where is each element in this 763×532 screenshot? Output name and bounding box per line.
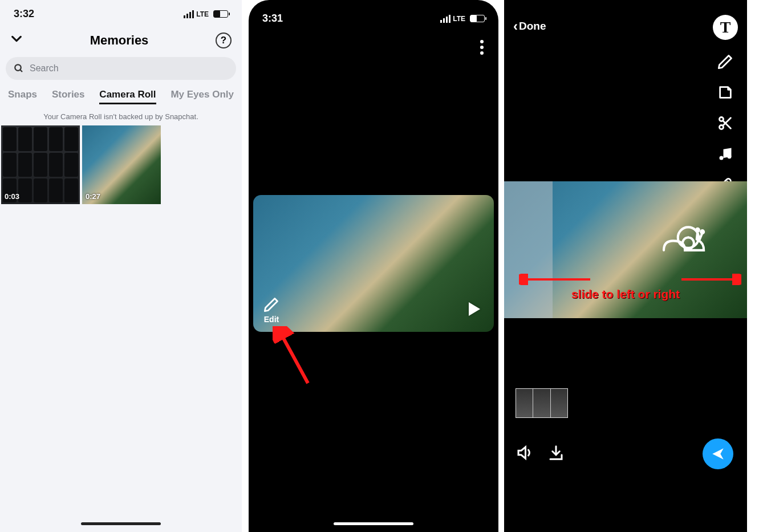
video-thumbnail[interactable]: 0:03 — [1, 125, 80, 204]
sticker-tool[interactable] — [716, 83, 734, 101]
memories-header: Memories ? — [0, 25, 242, 54]
status-bar: 3:31 LTE — [249, 0, 498, 29]
search-input[interactable]: Search — [6, 57, 236, 80]
backup-warning: Your Camera Roll isn't backed up by Snap… — [0, 107, 242, 125]
search-icon — [14, 63, 24, 74]
battery-icon — [213, 10, 228, 18]
more-options-icon[interactable] — [480, 38, 484, 57]
annotation-text: slide to left or right — [571, 287, 680, 301]
carrier-label: LTE — [453, 15, 465, 23]
draw-tool[interactable] — [716, 52, 734, 71]
status-right: LTE — [440, 15, 485, 23]
send-button[interactable] — [703, 438, 733, 469]
status-time: 3:32 — [14, 8, 34, 20]
status-right: LTE — [184, 10, 228, 18]
status-bar: 3:32 LTE — [0, 0, 242, 25]
tab-snaps[interactable]: Snaps — [8, 89, 37, 104]
svg-point-7 — [720, 156, 724, 160]
scissors-icon — [717, 115, 733, 131]
edit-button[interactable]: Edit — [263, 297, 279, 324]
play-icon — [469, 302, 480, 316]
text-tool[interactable]: T — [713, 15, 738, 40]
chevron-left-icon: ‹ — [513, 18, 518, 34]
video-duration: 0:27 — [86, 192, 100, 201]
save-button[interactable] — [547, 444, 565, 464]
battery-icon — [470, 15, 485, 22]
svg-point-0 — [15, 64, 21, 71]
annotation-arrow-left — [519, 274, 593, 285]
pencil-icon — [717, 54, 733, 70]
tab-camera-roll[interactable]: Camera Roll — [99, 89, 156, 104]
pencil-icon — [263, 297, 279, 312]
filter-shade — [504, 181, 553, 318]
editor-screen: ‹ Done T — [504, 0, 747, 532]
home-indicator[interactable] — [81, 522, 161, 525]
video-thumbnail[interactable]: 0:27 — [82, 125, 161, 204]
search-placeholder: Search — [30, 63, 59, 74]
help-icon[interactable]: ? — [216, 33, 232, 48]
editor-canvas[interactable]: slide to left or right — [504, 181, 747, 318]
play-button[interactable] — [469, 302, 480, 316]
done-label: Done — [519, 20, 546, 33]
bottom-actions — [516, 444, 565, 464]
chevron-down-icon[interactable] — [10, 31, 23, 49]
home-indicator[interactable] — [334, 522, 413, 525]
edit-label: Edit — [263, 315, 279, 324]
status-time: 3:31 — [262, 13, 283, 25]
preview-image — [253, 195, 494, 332]
svg-point-12 — [696, 229, 699, 232]
tab-my-eyes-only[interactable]: My Eyes Only — [171, 89, 234, 104]
snail-filter-icon — [658, 220, 707, 257]
annotation-arrow-right — [679, 274, 741, 285]
video-duration: 0:03 — [5, 192, 19, 201]
memories-screen: 3:32 LTE Memories ? Search Snaps Stories… — [0, 0, 242, 532]
speaker-icon — [516, 444, 533, 461]
save-icon — [547, 444, 565, 461]
svg-line-1 — [20, 70, 22, 72]
carrier-label: LTE — [196, 10, 209, 18]
memories-tabs: Snaps Stories Camera Roll My Eyes Only — [0, 83, 242, 107]
music-icon — [717, 146, 733, 162]
scissors-tool[interactable] — [716, 114, 734, 132]
sticker-icon — [717, 84, 733, 100]
clip-timeline[interactable] — [516, 388, 568, 418]
svg-line-2 — [281, 333, 308, 383]
video-preview[interactable]: Edit — [253, 195, 494, 332]
svg-point-8 — [728, 155, 732, 159]
sound-toggle[interactable] — [516, 444, 533, 464]
done-button[interactable]: ‹ Done — [513, 18, 546, 34]
signal-bars-icon — [440, 15, 451, 23]
page-title: Memories — [90, 33, 149, 48]
tab-stories[interactable]: Stories — [52, 89, 85, 104]
annotation-arrow — [273, 326, 318, 389]
music-tool[interactable] — [716, 145, 734, 163]
preview-screen: 3:31 LTE Edit — [249, 0, 498, 532]
camera-roll-grid: 0:03 0:27 — [0, 125, 242, 204]
signal-bars-icon — [184, 10, 194, 18]
svg-point-11 — [701, 230, 704, 233]
send-icon — [711, 446, 725, 461]
